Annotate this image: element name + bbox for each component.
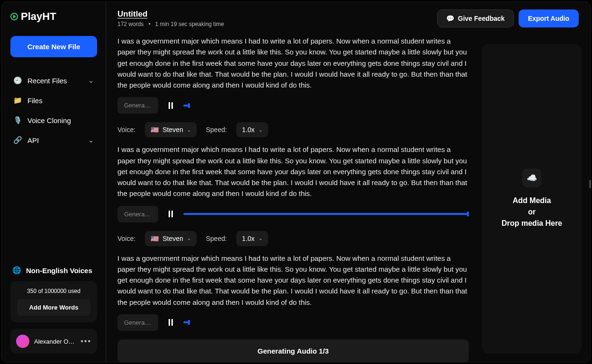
nav-label: Recent Files bbox=[27, 77, 67, 85]
document-title[interactable]: Untitled bbox=[117, 9, 224, 19]
media-line1: Add Media bbox=[502, 195, 562, 206]
create-new-file-button[interactable]: Create New File bbox=[10, 36, 97, 57]
export-audio-button[interactable]: Export Audio bbox=[519, 9, 579, 27]
voice-label: Voice: bbox=[117, 126, 135, 133]
sidebar-item-files[interactable]: 📁 Files bbox=[10, 90, 97, 110]
paragraph-text[interactable]: I was a government major which means I h… bbox=[117, 144, 469, 199]
play-icon bbox=[10, 13, 18, 20]
usage-card: 350 of 1000000 used Add More Words bbox=[10, 281, 97, 322]
document-meta: 172 words • 1 min 19 sec speaking time bbox=[117, 21, 224, 27]
brand-name: PlayHT bbox=[21, 10, 56, 23]
speed-value: 1.0x bbox=[242, 126, 254, 133]
waveform[interactable] bbox=[183, 213, 469, 215]
pause-icon[interactable] bbox=[169, 102, 173, 109]
media-line2: or bbox=[502, 206, 562, 218]
upload-icon: ☁️ bbox=[522, 169, 541, 187]
scrollbar[interactable] bbox=[589, 180, 591, 188]
generating-button: Generating ... bbox=[117, 206, 158, 222]
pause-icon[interactable] bbox=[169, 211, 173, 217]
non-english-voices-link[interactable]: 🌐 Non-English Voices bbox=[10, 266, 97, 275]
speed-label: Speed: bbox=[206, 126, 227, 133]
pause-icon[interactable] bbox=[169, 319, 173, 326]
voice-select[interactable]: 🇺🇸 Steven ⌄ bbox=[145, 122, 197, 137]
waveform[interactable] bbox=[183, 105, 190, 107]
paragraph-text[interactable]: I was a government major which means I h… bbox=[117, 36, 469, 90]
speaking-time: 1 min 19 sec speaking time bbox=[155, 21, 224, 27]
chevron-down-icon: ⌄ bbox=[187, 236, 191, 241]
chevron-down-icon: ⌄ bbox=[259, 127, 262, 133]
speed-select[interactable]: 1.0x ⌄ bbox=[236, 122, 268, 137]
usage-text: 350 of 1000000 used bbox=[17, 288, 90, 294]
media-drop-panel[interactable]: ☁️ Add Media or Drop media Here bbox=[482, 44, 582, 354]
logo: PlayHT bbox=[10, 10, 97, 23]
chevron-down-icon: ⌄ bbox=[259, 236, 262, 241]
generating-button: Generating ... bbox=[117, 97, 158, 114]
voice-name: Steven bbox=[162, 126, 183, 133]
chat-icon: 💬 bbox=[446, 15, 454, 22]
generating-banner: Generating Audio 1/3 bbox=[117, 339, 469, 362]
nav-icon: 🔗 bbox=[13, 136, 22, 144]
nav-label: Files bbox=[27, 97, 43, 105]
speed-value: 1.0x bbox=[242, 235, 254, 242]
nav-icon: 🕘 bbox=[13, 76, 22, 85]
paragraph-text[interactable]: I was a government major which means I h… bbox=[117, 253, 469, 308]
text-block: Voice: 🇺🇸 Steven ⌄ Speed: 1.0x ⌄ I was a… bbox=[117, 122, 469, 222]
flag-icon: 🇺🇸 bbox=[151, 126, 159, 133]
nav-label: Voice Cloning bbox=[27, 116, 71, 124]
chevron-down-icon: ⌄ bbox=[187, 127, 191, 133]
voice-label: Voice: bbox=[117, 235, 135, 242]
avatar bbox=[16, 335, 29, 348]
username: Alexander Ogu... bbox=[34, 338, 76, 345]
speed-label: Speed: bbox=[206, 235, 227, 242]
sidebar-item-recent-files[interactable]: 🕘 Recent Files ⌄ bbox=[10, 71, 97, 90]
voice-select[interactable]: 🇺🇸 Steven ⌄ bbox=[145, 231, 197, 246]
speed-select[interactable]: 1.0x ⌄ bbox=[236, 231, 268, 246]
chevron-down-icon: ⌄ bbox=[88, 136, 94, 144]
nav-icon: 🎙️ bbox=[13, 116, 22, 124]
add-more-words-button[interactable]: Add More Words bbox=[17, 299, 90, 316]
sidebar-item-api[interactable]: 🔗 API ⌄ bbox=[10, 130, 97, 150]
give-feedback-button[interactable]: 💬 Give Feedback bbox=[437, 9, 514, 27]
text-block: Voice: 🇺🇸 Steven ⌄ Speed: 1.0x ⌄ I was a… bbox=[117, 231, 469, 331]
more-icon[interactable]: ••• bbox=[81, 337, 91, 346]
text-block: I was a government major which means I h… bbox=[117, 36, 469, 114]
generating-button: Generating ... bbox=[117, 314, 158, 331]
translate-icon: 🌐 bbox=[12, 266, 21, 275]
sidebar-item-voice-cloning[interactable]: 🎙️ Voice Cloning bbox=[10, 110, 97, 130]
chevron-down-icon: ⌄ bbox=[88, 76, 94, 85]
user-card[interactable]: Alexander Ogu... ••• bbox=[10, 329, 97, 354]
nav-icon: 📁 bbox=[13, 96, 22, 105]
flag-icon: 🇺🇸 bbox=[151, 235, 159, 242]
word-count: 172 words bbox=[117, 21, 144, 27]
media-line3: Drop media Here bbox=[502, 218, 562, 229]
nav-label: API bbox=[27, 136, 39, 144]
waveform[interactable] bbox=[183, 321, 190, 323]
voice-name: Steven bbox=[162, 235, 183, 242]
